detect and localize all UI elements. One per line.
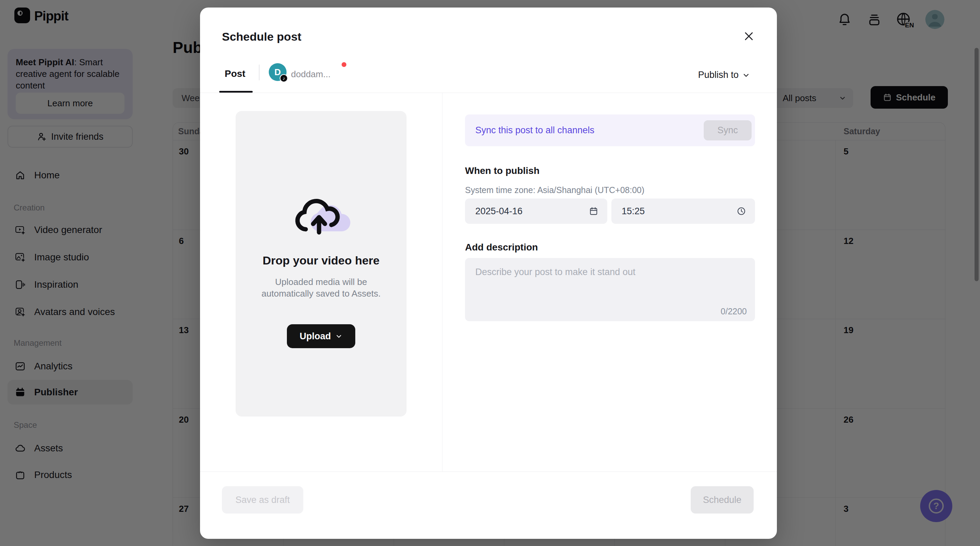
- account-alert-dot: [342, 62, 346, 67]
- dropzone-subtext: Uploaded media will be automatically sav…: [249, 276, 393, 299]
- tiktok-badge-icon: ♪: [280, 74, 288, 83]
- calendar-icon: [589, 206, 598, 216]
- chevron-down-icon: [335, 332, 343, 340]
- cloud-upload-icon: [290, 190, 352, 241]
- save-as-draft-button[interactable]: Save as draft: [222, 486, 303, 514]
- close-icon[interactable]: [742, 29, 756, 43]
- description-textarea[interactable]: [465, 258, 755, 306]
- timezone-note: System time zone: Asia/Shanghai (UTC+08:…: [465, 185, 644, 195]
- modal-pane-divider: [442, 93, 442, 471]
- modal-title: Schedule post: [222, 30, 301, 43]
- description-box: 0/2200: [465, 258, 755, 321]
- publish-to-dropdown[interactable]: Publish to: [698, 70, 750, 80]
- clock-icon: [737, 206, 746, 216]
- account-name[interactable]: doddam...: [291, 69, 331, 79]
- sync-banner-text: Sync this post to all channels: [475, 114, 594, 146]
- when-to-publish-label: When to publish: [465, 165, 539, 176]
- footer-divider: [200, 471, 777, 472]
- schedule-post-modal: Schedule post Post D ♪ doddam... Publish…: [200, 8, 777, 539]
- char-counter: 0/2200: [721, 306, 747, 316]
- upload-button[interactable]: Upload: [287, 324, 355, 348]
- video-dropzone[interactable]: Drop your video here Uploaded media will…: [235, 111, 407, 416]
- tab-post[interactable]: Post: [225, 68, 245, 79]
- schedule-submit-button[interactable]: Schedule: [691, 486, 754, 514]
- tab-account-divider: [259, 65, 259, 80]
- sync-banner: Sync this post to all channels Sync: [465, 114, 755, 146]
- chevron-down-icon: [742, 71, 750, 79]
- dropzone-heading: Drop your video here: [235, 254, 407, 267]
- sync-button[interactable]: Sync: [704, 120, 752, 140]
- add-description-label: Add description: [465, 242, 538, 253]
- time-input[interactable]: 15:25: [611, 198, 755, 224]
- date-input[interactable]: 2025-04-16: [465, 198, 607, 224]
